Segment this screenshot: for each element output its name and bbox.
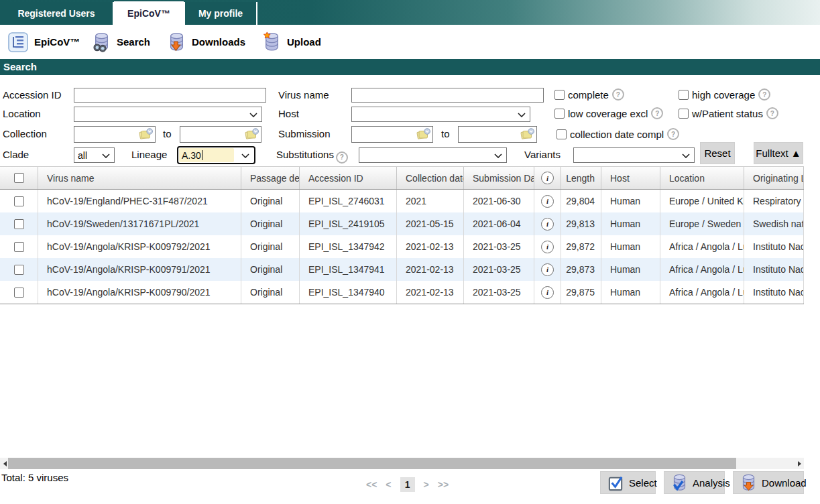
total-viruses-text: Total: 5 viruses: [1, 472, 68, 483]
row-checkbox[interactable]: [14, 288, 24, 298]
submission-label: Submission: [278, 128, 331, 139]
tab-my-profile[interactable]: My profile: [185, 2, 256, 25]
analysis-button[interactable]: Analysis: [664, 471, 725, 494]
lineage-label: Lineage: [131, 149, 167, 160]
reset-button[interactable]: Reset: [700, 142, 735, 164]
info-icon[interactable]: [541, 263, 554, 276]
substitutions-select[interactable]: [359, 147, 507, 163]
toolbar-item-upload[interactable]: Upload: [263, 25, 321, 59]
help-icon[interactable]: [766, 107, 778, 119]
help-icon[interactable]: [667, 128, 679, 140]
cell-accession_id: EPI_ISL_1347941: [300, 258, 397, 281]
tab-label: EpiCoV™: [127, 8, 170, 19]
pagination: << < 1 > >>: [366, 476, 449, 493]
table-row[interactable]: hCoV-19/Angola/KRISP-K009792/2021Origina…: [0, 235, 804, 258]
download-button-label: Download: [762, 477, 807, 489]
virus-name-label: Virus name: [278, 89, 329, 101]
select-button-label: Select: [629, 477, 657, 489]
pagination-last[interactable]: >>: [438, 479, 449, 490]
column-header-collection_date: Collection date: [397, 167, 464, 189]
tab-epicov[interactable]: EpiCoV™: [114, 1, 184, 25]
low-coverage-excl-checkbox-group: low coverage excl: [554, 107, 663, 119]
high-coverage-checkbox[interactable]: [679, 90, 689, 100]
cell-host: Human: [601, 281, 660, 304]
low-coverage-excl-checkbox[interactable]: [554, 109, 565, 119]
row-checkbox[interactable]: [14, 265, 24, 275]
info-icon: [541, 172, 554, 184]
scrollbar-thumb[interactable]: [8, 458, 736, 469]
pagination-first[interactable]: <<: [366, 479, 377, 490]
submission-to-date-input[interactable]: [458, 126, 537, 143]
info-icon[interactable]: [541, 218, 554, 231]
scroll-right-arrow[interactable]: [795, 458, 804, 469]
cell-accession_id: EPI_ISL_2746031: [300, 190, 397, 212]
w-patient-status-checkbox-group: w/Patient status: [679, 107, 778, 119]
variants-select[interactable]: [573, 147, 695, 163]
cell-host: Human: [601, 258, 660, 281]
cell-originating_lab: Swedish nat: [744, 212, 804, 235]
fulltext-toggle-button[interactable]: Fulltext ▲: [754, 142, 803, 164]
accession-id-input[interactable]: [74, 88, 266, 103]
cell-location: Europe / Sweden /: [660, 212, 744, 235]
toolbar-item-downloads[interactable]: Downloads: [168, 25, 245, 59]
cell-host: Human: [601, 235, 660, 258]
cell-originating_lab: Instituto Nac: [744, 258, 804, 281]
table-row[interactable]: hCoV-19/England/PHEC-31F487/2021Original…: [0, 190, 804, 212]
cell-passage: Original: [241, 258, 300, 281]
info-icon[interactable]: [541, 286, 554, 299]
high-coverage-checkbox-group: high coverage: [679, 88, 770, 101]
help-icon[interactable]: [612, 88, 624, 101]
location-select[interactable]: [74, 107, 262, 122]
calendar-icon: [416, 128, 431, 140]
help-icon[interactable]: [336, 151, 348, 164]
submission-from-date-input[interactable]: [351, 126, 433, 143]
pagination-next[interactable]: >: [424, 479, 429, 490]
top-tab-bar: Registered Users EpiCoV™ My profile: [0, 0, 820, 25]
cell-virus_name: hCoV-19/Angola/KRISP-K009792/2021: [38, 235, 241, 258]
analysis-database-check-icon: [671, 473, 688, 492]
row-checkbox[interactable]: [14, 219, 24, 229]
high-coverage-label: high coverage: [692, 89, 755, 101]
cell-collection_date: 2021-02-13: [397, 235, 464, 258]
row-checkbox[interactable]: [14, 242, 24, 252]
row-checkbox[interactable]: [14, 196, 24, 206]
pagination-prev[interactable]: <: [386, 479, 391, 490]
collection-date-compl-checkbox[interactable]: [557, 129, 567, 139]
host-select[interactable]: [351, 107, 530, 122]
low-coverage-excl-label: low coverage excl: [568, 108, 648, 119]
cell-virus_name: hCoV-19/Sweden/13171671PL/2021: [38, 212, 241, 235]
select-all-checkbox[interactable]: [14, 173, 24, 183]
collection-from-date-input[interactable]: [74, 126, 156, 143]
toolbar-item-epicov[interactable]: EpiCoV™: [8, 25, 80, 59]
toolbar-item-search[interactable]: Search: [93, 25, 150, 59]
left-triangle-icon: [3, 461, 7, 466]
table-row[interactable]: hCoV-19/Angola/KRISP-K009790/2021Origina…: [0, 281, 804, 304]
table-row[interactable]: hCoV-19/Angola/KRISP-K009791/2021Origina…: [0, 258, 804, 281]
table-row[interactable]: hCoV-19/Sweden/13171671PL/2021OriginalEP…: [0, 212, 804, 235]
info-icon[interactable]: [541, 241, 554, 253]
info-cell: [534, 258, 561, 281]
w-patient-status-checkbox[interactable]: [679, 109, 689, 119]
help-icon[interactable]: [651, 107, 663, 119]
cell-location: Europe / United Kingdom: [660, 190, 744, 212]
collection-to-date-input[interactable]: [180, 126, 261, 143]
info-cell: [534, 235, 561, 258]
virus-name-input[interactable]: [351, 88, 544, 103]
w-patient-status-label: w/Patient status: [692, 108, 763, 119]
info-icon[interactable]: [541, 195, 554, 208]
chevron-down-icon: [241, 153, 249, 158]
complete-checkbox-group: complete: [554, 88, 624, 101]
complete-checkbox[interactable]: [554, 90, 565, 100]
cell-host: Human: [601, 190, 660, 212]
horizontal-scrollbar[interactable]: [0, 458, 804, 469]
cell-accession_id: EPI_ISL_1347940: [300, 281, 397, 304]
tab-registered-users[interactable]: Registered Users: [0, 2, 113, 25]
lineage-combobox[interactable]: A.30: [177, 146, 255, 164]
cell-submission_date: 2021-03-25: [464, 258, 534, 281]
select-button[interactable]: Select: [600, 471, 656, 494]
clade-select[interactable]: all: [74, 147, 115, 163]
text-cursor: [202, 150, 202, 160]
cell-originating_lab: Respiratory: [744, 190, 804, 212]
help-icon[interactable]: [758, 88, 770, 101]
download-button[interactable]: Download: [733, 471, 804, 494]
